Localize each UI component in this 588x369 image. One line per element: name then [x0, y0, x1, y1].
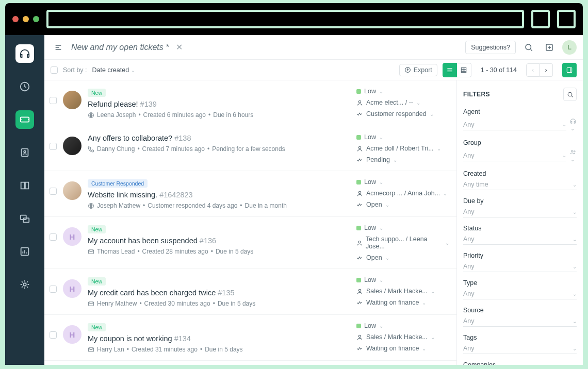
ticket-row[interactable]: H New My coupon is not working #134 Harr… [44, 315, 456, 361]
ticket-row[interactable]: Customer Responded Website link missing.… [44, 171, 456, 217]
search-icon[interactable] [521, 40, 536, 55]
filter-search-icon[interactable] [563, 88, 577, 101]
ticket-assignee[interactable]: Sales / Mark Hacke...⌄ [356, 333, 449, 341]
export-button[interactable]: Export [399, 64, 437, 76]
nav-home-icon[interactable] [15, 44, 34, 63]
select-all-checkbox[interactable] [51, 66, 58, 74]
ticket-priority[interactable]: Low⌄ [356, 276, 449, 283]
nav-solutions-icon[interactable] [15, 176, 34, 195]
ticket-checkbox[interactable] [50, 286, 57, 293]
nav-dashboard-icon[interactable] [15, 77, 34, 96]
priority-dot-icon [356, 324, 361, 328]
view-switch [443, 63, 471, 77]
ticket-row[interactable]: Any offers to collaborate? #138 Danny Ch… [44, 126, 456, 171]
ticket-avatar: H [63, 279, 81, 298]
filter-select[interactable]: Any⌄ [463, 234, 577, 245]
filter-select[interactable]: Any⌄ [463, 316, 577, 327]
ticket-status[interactable]: Waiting on finance⌄ [356, 299, 449, 306]
ticket-meta-2: Due in 5 days [216, 248, 253, 255]
filter-side-icon[interactable]: ⌄ [569, 148, 577, 163]
ticket-title[interactable]: My credit card has been charged twice #1… [88, 289, 235, 297]
filter-select[interactable]: Any⌄ [463, 150, 566, 161]
ticket-checkbox[interactable] [50, 97, 57, 104]
filters-panel: FILTERS Agent Any⌄⌄ Group Any⌄⌄ Created … [456, 80, 583, 365]
ticket-meta-1: Customer responded 4 days ago [148, 202, 237, 209]
ticket-status[interactable]: Open⌄ [356, 201, 449, 208]
filter-label: Created [463, 170, 577, 177]
ticket-title[interactable]: Any offers to collaborate? #138 [88, 134, 191, 142]
browser-button-2[interactable] [557, 10, 576, 28]
nav-reports-icon[interactable] [15, 242, 34, 261]
ticket-assignee[interactable]: Acme doll / Robert Tri...⌄ [356, 145, 449, 152]
address-bar[interactable] [46, 10, 524, 28]
ticket-contact: Danny Chung [97, 145, 135, 153]
ticket-assignee[interactable]: Tech suppo... / Leena Jose...⌄ [356, 236, 449, 250]
filter-field: Created Any time⌄ [463, 170, 577, 190]
ticket-checkbox[interactable] [50, 143, 57, 150]
ticket-checkbox[interactable] [50, 233, 57, 241]
minimize-window-icon[interactable] [23, 16, 29, 22]
nav-admin-icon[interactable] [15, 275, 34, 294]
svg-rect-11 [462, 68, 466, 72]
filter-field: Due by Any⌄ [463, 197, 577, 217]
nav-tickets-icon[interactable] [15, 110, 34, 129]
ticket-row[interactable]: H New My account has been suspended #136… [44, 217, 456, 269]
ticket-assignee[interactable]: Acme elect... / -- ⌄ [356, 99, 449, 106]
content-area: New Refund please! #139 Leena Joseph•Cre… [44, 80, 583, 365]
ticket-meta-1: Created 31 minutes ago [132, 346, 198, 353]
ticket-assignee[interactable]: Sales / Mark Hacke...⌄ [356, 288, 449, 295]
ticket-title[interactable]: Refund please! #139 [88, 100, 157, 108]
ticket-meta-2: Pending for a few seconds [212, 145, 285, 153]
menu-toggle-icon[interactable] [51, 40, 66, 55]
prev-page-button[interactable]: ‹ [526, 63, 540, 77]
ticket-status[interactable]: Open⌄ [356, 254, 449, 261]
browser-button-1[interactable] [531, 10, 550, 28]
nav-contacts-icon[interactable] [15, 143, 34, 162]
ticket-priority[interactable]: Low⌄ [356, 224, 449, 231]
filter-select[interactable]: Any⌄ [463, 207, 577, 217]
ticket-status[interactable]: Customer responded⌄ [356, 110, 449, 118]
close-view-icon[interactable]: ✕ [176, 42, 183, 52]
ticket-priority[interactable]: Low⌄ [356, 88, 449, 95]
svg-point-14 [358, 100, 361, 103]
ticket-checkbox[interactable] [50, 331, 57, 339]
card-view-button[interactable] [443, 63, 457, 77]
suggestions-button[interactable]: Suggestions? [465, 41, 516, 54]
filter-label: Type [463, 279, 577, 287]
ticket-avatar [63, 91, 81, 109]
filter-label: Group [463, 139, 577, 146]
main-area: New and my open tickets * ✕ Suggestions?… [44, 35, 583, 365]
ticket-row[interactable]: H New Size issue :/ #133 Low⌄ Returns an… [44, 361, 456, 365]
ticket-checkbox[interactable] [50, 188, 57, 195]
ticket-priority[interactable]: Low⌄ [356, 322, 449, 329]
next-page-button[interactable]: › [540, 63, 553, 77]
ticket-assignee[interactable]: Acmecorp ... / Anna Joh...⌄ [356, 190, 449, 197]
maximize-window-icon[interactable] [33, 16, 39, 22]
ticket-title[interactable]: My account has been suspended #136 [88, 237, 216, 245]
filter-select[interactable]: Any⌄ [463, 261, 577, 272]
nav-forums-icon[interactable] [15, 209, 34, 228]
ticket-title[interactable]: Website link missing. #1642823 [88, 191, 193, 199]
svg-point-17 [358, 191, 361, 193]
filter-select[interactable]: Any⌄ [463, 343, 577, 354]
filter-panel-toggle[interactable] [562, 63, 577, 77]
filter-select[interactable]: Any time⌄ [463, 179, 577, 190]
new-ticket-icon[interactable] [542, 40, 557, 55]
ticket-row[interactable]: H New My credit card has been charged tw… [44, 269, 456, 315]
sort-value[interactable]: Date created ⌄ [92, 66, 135, 74]
svg-point-19 [358, 241, 361, 243]
ticket-priority[interactable]: Low⌄ [356, 178, 449, 186]
filter-select[interactable]: Any⌄ [463, 120, 566, 130]
ticket-status[interactable]: Waiting on finance⌄ [356, 345, 449, 352]
ticket-status[interactable]: Pending⌄ [356, 156, 449, 163]
filters-heading: FILTERS [463, 91, 490, 98]
table-view-button[interactable] [457, 63, 471, 77]
ticket-row[interactable]: New Refund please! #139 Leena Joseph•Cre… [44, 80, 456, 126]
filter-side-icon[interactable]: ⌄ [569, 118, 577, 132]
close-window-icon[interactable] [12, 16, 19, 22]
user-avatar[interactable]: L [562, 40, 577, 55]
ticket-priority[interactable]: Low⌄ [356, 133, 449, 141]
ticket-id: #139 [140, 100, 157, 108]
ticket-title[interactable]: My coupon is not working #134 [88, 334, 191, 343]
filter-select[interactable]: Any⌄ [463, 289, 577, 299]
